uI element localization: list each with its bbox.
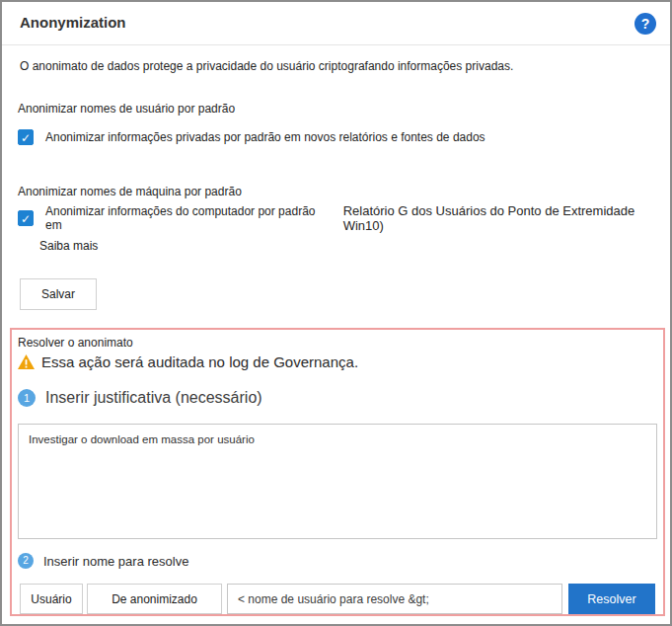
anonymize-usernames-label: Anonimizar nomes de usuário por padrão (18, 102, 235, 116)
resolve-name-input[interactable] (227, 584, 562, 614)
step2-row: 2 Inserir nome para resolve (18, 553, 188, 569)
entity-type-button[interactable]: Usuário (20, 584, 83, 614)
anonymize-usernames-checkbox[interactable]: ✓ (18, 129, 34, 145)
resolve-anonymity-panel: Resolver o anonimato Essa ação será audi… (10, 328, 665, 616)
step2-label: Inserir nome para resolve (43, 554, 188, 569)
header-divider (2, 44, 670, 45)
anonymize-usernames-row: ✓ Anonimizar informações privadas por pa… (18, 129, 485, 145)
step2-number-badge: 2 (18, 553, 34, 569)
warning-icon (18, 354, 35, 369)
deanonymize-mode-button[interactable]: De anonimizado (87, 584, 222, 614)
page-title: Anonymization (20, 14, 126, 31)
page-description: O anonimato de dados protege a privacida… (20, 59, 513, 73)
audit-warning-text: Essa ação será auditada no log de Govern… (41, 353, 358, 370)
anonymize-machines-checkbox[interactable]: ✓ (18, 210, 34, 226)
help-icon[interactable]: ? (635, 13, 656, 35)
resolve-panel-title: Resolver o anonimato (18, 336, 133, 350)
anonymize-machines-row: ✓ Anonimizar informações do computador p… (18, 203, 670, 233)
anonymize-machines-label: Anonimizar nomes de máquina por padrão (18, 185, 242, 198)
report-name-text: Relatório G dos Usuários do Ponto de Ext… (343, 203, 670, 233)
step1-number-badge: 1 (18, 389, 36, 407)
step1-label: Inserir justificativa (necessário) (45, 389, 262, 407)
resolve-button[interactable]: Resolver (568, 584, 655, 614)
step1-row: 1 Inserir justificativa (necessário) (18, 389, 262, 407)
anonymization-settings-page: Anonymization ? O anonimato de dados pro… (0, 0, 672, 626)
save-button[interactable]: Salvar (20, 278, 97, 310)
audit-warning-row: Essa ação será auditada no log de Govern… (18, 353, 358, 370)
anonymize-usernames-checkbox-label: Anonimizar informações privadas por padr… (45, 130, 485, 144)
justification-textarea[interactable]: Investigar o download em massa por usuár… (18, 424, 657, 539)
learn-more-link[interactable]: Saiba mais (39, 239, 98, 253)
anonymize-machines-checkbox-label: Anonimizar informações do computador por… (45, 204, 328, 232)
resolve-controls-row: Usuário De anonimizado Resolver (20, 584, 655, 614)
